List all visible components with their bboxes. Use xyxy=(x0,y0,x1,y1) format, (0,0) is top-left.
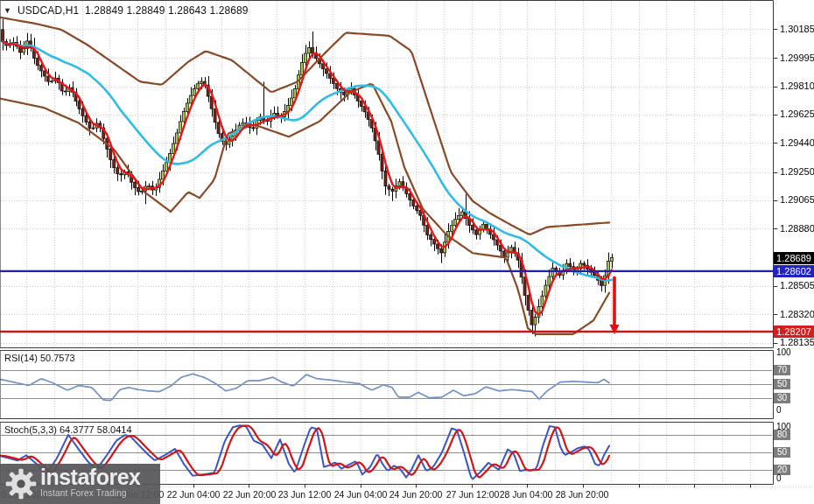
price-tick-label: 1.29625 xyxy=(780,108,814,119)
symbol-ohlc-title: USDCAD,H1 1.28849 1.28849 1.28643 1.2868… xyxy=(18,4,249,17)
time-tick-label: 27 Jun 12:00 xyxy=(446,489,500,500)
stoch-indicator-label: Stoch(5,3,3) 64.3777 58.0414 xyxy=(4,424,132,435)
rsi-scale-label: 0 xyxy=(776,405,782,415)
time-tick-label: 22 Jun 04:00 xyxy=(167,489,221,500)
price-tick-label: 1.29995 xyxy=(780,52,814,63)
price-tick-label: 1.29065 xyxy=(780,194,814,205)
stoch-level-badge: 50 xyxy=(774,447,790,458)
chevron-down-icon[interactable]: ▼ xyxy=(4,7,11,15)
instaforex-watermark: instaforex Instant Forex Trading xyxy=(0,464,160,504)
price-tick-label: 1.28135 xyxy=(780,337,814,347)
trading-chart-window: ▼ USDCAD,H1 1.28849 1.28849 1.28643 1.28… xyxy=(0,0,814,504)
time-tick-label: 28 Jun 04:00 xyxy=(500,489,553,500)
time-tick-label: 28 Jun 20:00 xyxy=(556,489,609,500)
price-tick-label: 1.28880 xyxy=(780,223,814,234)
price-badge: 1.28689 xyxy=(774,252,814,264)
price-tick-label: 1.29250 xyxy=(780,166,814,177)
stoch-level-badge: 80 xyxy=(774,430,790,440)
price-badge: 1.28207 xyxy=(774,326,814,338)
price-tick-label: 1.29440 xyxy=(780,137,814,148)
rsi-scale-label: 100 xyxy=(776,347,791,357)
time-tick-label: 23 Jun 12:00 xyxy=(278,489,332,500)
price-tick-label: 1.28505 xyxy=(780,280,814,290)
price-axis[interactable]: 1.301851.299951.298101.296251.294401.292… xyxy=(774,0,814,504)
rsi-level-badge: 70 xyxy=(774,365,790,375)
rsi-indicator-label: RSI(14) 50.7573 xyxy=(4,353,75,363)
time-tick-label: 24 Jun 20:00 xyxy=(389,489,443,500)
price-tick-label: 1.29810 xyxy=(780,80,814,91)
stoch-scale-label: 0 xyxy=(776,473,782,483)
chart-title-bar: ▼ USDCAD,H1 1.28849 1.28849 1.28643 1.28… xyxy=(4,4,249,17)
instaforex-logo-icon xyxy=(4,467,38,504)
watermark-brand-text: instaforex xyxy=(40,466,140,489)
time-tick-label: 22 Jun 20:00 xyxy=(223,489,277,500)
rsi-level-badge: 50 xyxy=(774,379,790,389)
rsi-level-badge: 30 xyxy=(774,393,790,403)
price-badge: 1.28602 xyxy=(774,265,814,277)
price-tick-label: 1.30185 xyxy=(780,24,814,34)
price-tick-label: 1.28320 xyxy=(780,309,814,319)
watermark-tagline-text: Instant Forex Trading xyxy=(40,488,140,498)
time-tick-label: 24 Jun 04:00 xyxy=(334,489,388,500)
